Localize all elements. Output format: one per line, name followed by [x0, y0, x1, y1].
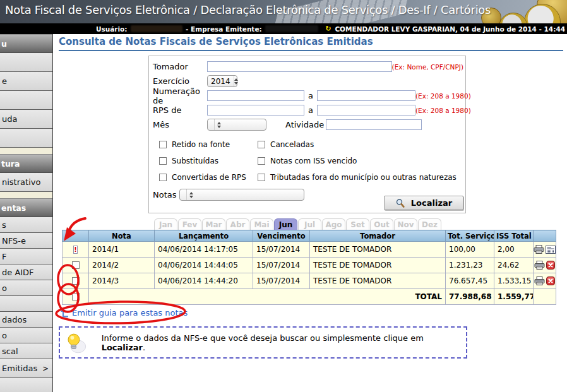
- sidebar-item[interactable]: o: [0, 280, 52, 296]
- app-banner: Nota Fiscal de Serviços Eletrônica / Dec…: [0, 0, 567, 23]
- retido-na-fonte-checkbox[interactable]: [159, 141, 167, 148]
- sidebar-section-prefeitura: tura: [0, 154, 52, 173]
- convertidas-rps-checkbox[interactable]: [159, 174, 167, 181]
- row-checkbox[interactable]: [72, 261, 80, 269]
- convertidas-rps-label: Convertidas de RPS: [172, 173, 246, 182]
- vencimento-cell: 15/07/2014: [253, 242, 310, 258]
- sidebar-item-ajuda[interactable]: uda: [0, 110, 52, 129]
- atividade-label: Atividade: [285, 120, 326, 129]
- vencimento-cell: 15/07/2014: [253, 273, 310, 289]
- emitente-name-redacted: [265, 25, 318, 32]
- sidebar-item[interactable]: [0, 91, 52, 110]
- sidebar-item-fiscal[interactable]: scal: [0, 343, 52, 359]
- guia-icon[interactable]: [546, 246, 556, 254]
- iss-vencido-label: Notas com ISS vencido: [270, 157, 357, 165]
- switch-company-icon[interactable]: ↻: [325, 25, 331, 32]
- tot-servicos-cell: 100,00: [446, 242, 494, 258]
- sidebar-item[interactable]: [0, 296, 52, 312]
- substituidas-checkbox[interactable]: [159, 157, 167, 165]
- notas-select[interactable]: [179, 189, 304, 201]
- tab-jun[interactable]: Jun: [274, 218, 297, 230]
- user-bar: Usuário: - Empresa Emitente: ↻ COMENDADO…: [0, 23, 567, 34]
- retido-na-fonte-label: Retido na fonte: [172, 140, 230, 149]
- sidebar-item[interactable]: [0, 378, 52, 392]
- tributadas-fora-checkbox[interactable]: [258, 174, 265, 181]
- iss-total-cell: 1.533,15: [494, 273, 534, 289]
- tab-dez[interactable]: Dez: [418, 218, 441, 230]
- rps-a-input[interactable]: [317, 105, 415, 116]
- notas-table: Nota Lançamento Vencimento Tomador Tot. …: [62, 230, 556, 305]
- col-nota: Nota: [89, 230, 155, 242]
- canceladas-checkbox[interactable]: [258, 141, 265, 148]
- sidebar-item-emitidas[interactable]: Emitidas >: [0, 359, 52, 378]
- tab-set[interactable]: Set: [346, 218, 369, 230]
- sidebar-item-nfse[interactable]: NFS-e: [0, 233, 52, 249]
- rps-label: RPS de: [153, 105, 207, 115]
- tomador-hint: (Ex: Nome, CPF/CNPJ): [392, 63, 463, 71]
- print-icon[interactable]: [534, 261, 545, 270]
- sidebar-divider: [0, 148, 52, 154]
- tomador-cell: TESTE DE TOMADOR: [310, 242, 446, 258]
- return-arrow-icon: [61, 307, 69, 318]
- sidebar-item[interactable]: F: [0, 249, 52, 264]
- sidebar-item[interactable]: e: [0, 72, 52, 91]
- iss-vencido-checkbox[interactable]: [258, 157, 265, 165]
- municipality-datetime: COMENDADOR LEVY GASPARIAN, 04 de Junho d…: [335, 25, 567, 33]
- table-row: 2014/3 04/06/2014 14:44:20 15/07/2014 TE…: [63, 273, 556, 289]
- sidebar-item[interactable]: o: [0, 328, 52, 343]
- tab-ago[interactable]: Ago: [322, 218, 345, 230]
- total-tot-servicos: 77.988,68: [446, 289, 494, 305]
- select-all-checkbox[interactable]: [72, 293, 80, 300]
- rps-de-input[interactable]: [207, 105, 304, 116]
- sidebar-menu: u e uda tura nistrativo entas s NFS-e F …: [0, 34, 53, 392]
- tab-jan[interactable]: Jan: [154, 218, 177, 230]
- tributadas-fora-label: Tributadas fora do município ou outras n…: [270, 173, 457, 182]
- numeracao-a-input[interactable]: [317, 90, 415, 101]
- tab-nov[interactable]: Nov: [394, 218, 417, 230]
- tab-fev[interactable]: Fev: [178, 218, 201, 230]
- nota-cell: 2014/3: [89, 273, 155, 289]
- search-icon: [395, 198, 405, 208]
- tab-mar[interactable]: Mar: [202, 218, 225, 230]
- tab-jul[interactable]: Jul: [298, 218, 321, 230]
- stepper-icon: [186, 189, 196, 200]
- tab-mai[interactable]: Mai: [250, 218, 273, 230]
- emitente-label: - Empresa Emitente:: [186, 25, 262, 33]
- notas-label: Notas: [153, 190, 179, 199]
- sidebar-item-aidf[interactable]: de AIDF: [0, 264, 52, 280]
- iss-total-cell: 24,62: [494, 258, 534, 273]
- sidebar-item[interactable]: [0, 53, 52, 72]
- localizar-button[interactable]: Localizar: [384, 196, 463, 210]
- exercicio-select[interactable]: 2014: [207, 75, 237, 87]
- print-icon[interactable]: [534, 245, 544, 254]
- tomador-label: Tomador: [153, 62, 207, 71]
- mes-label: Mês: [153, 120, 207, 129]
- col-iss-total: ISS Total: [494, 230, 534, 242]
- total-label: TOTAL: [89, 289, 446, 305]
- numeracao-de-input[interactable]: [207, 90, 304, 101]
- info-box: Informe o dados da NFS-e que você deseja…: [59, 326, 467, 359]
- emitir-guia-link[interactable]: Emitir guia para estas notas: [61, 307, 188, 318]
- sidebar-section-ferramentas: entas: [0, 198, 52, 217]
- mes-select[interactable]: [207, 119, 266, 131]
- tab-out[interactable]: Out: [370, 218, 393, 230]
- tab-abr[interactable]: Abr: [226, 218, 249, 230]
- tomador-input[interactable]: [207, 61, 392, 72]
- print-icon[interactable]: [534, 276, 545, 285]
- sidebar-item[interactable]: dados: [0, 312, 52, 328]
- lancamento-cell: 04/06/2014 14:17:05: [155, 242, 253, 258]
- delete-icon[interactable]: [546, 261, 555, 270]
- sidebar-section-menu: u: [0, 34, 52, 53]
- sidebar-item-administrativo[interactable]: nistrativo: [0, 173, 52, 192]
- sidebar-item[interactable]: [0, 129, 52, 148]
- vencimento-cell: 15/07/2014: [253, 258, 310, 273]
- col-lancamento: Lançamento: [155, 230, 253, 242]
- atividade-input[interactable]: [326, 119, 422, 130]
- range-separator: a: [308, 91, 313, 100]
- user-name-redacted: [131, 25, 183, 32]
- col-tot-servicos: Tot. Serviços: [446, 230, 494, 242]
- delete-icon[interactable]: [546, 276, 555, 285]
- tomador-cell: TESTE DE TOMADOR: [310, 258, 446, 273]
- row-checkbox[interactable]: [72, 277, 80, 285]
- sidebar-item[interactable]: s: [0, 217, 52, 233]
